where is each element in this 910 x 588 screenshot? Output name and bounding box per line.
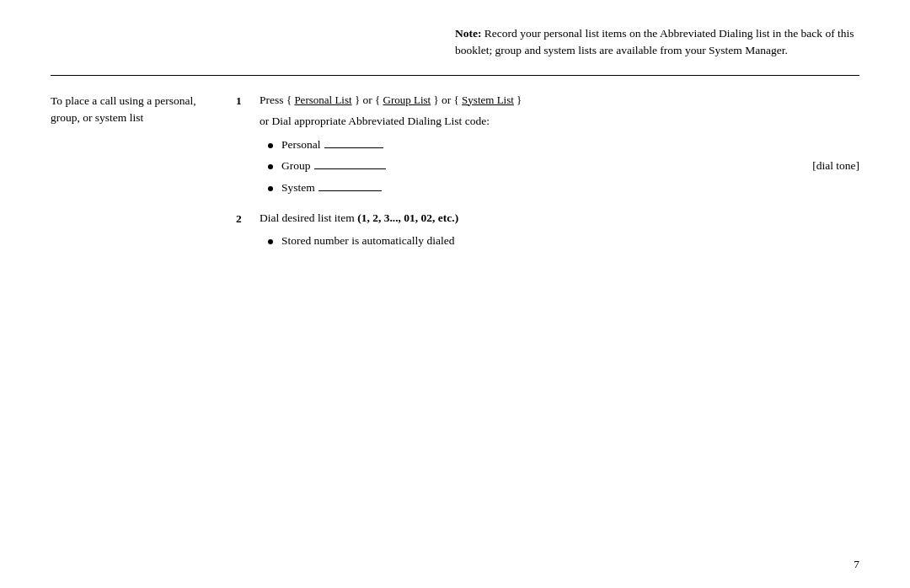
main-content: To place a call using a personal, group,… — [51, 91, 859, 262]
personal-list-key: { Personal List } — [286, 94, 363, 106]
step-2-bold-text: (1, 2, 3..., 01, 02, etc.) — [357, 211, 458, 224]
group-label: Group — [281, 157, 311, 175]
bullet-dot-stored — [268, 239, 273, 244]
list-type-list: Personal Group [dial tone] — [260, 136, 859, 197]
note-section: Note: Record your personal list items on… — [455, 25, 859, 60]
system-bullet-text: System — [281, 179, 859, 197]
bullet-dot-group — [268, 164, 273, 169]
step-2: 2 Dial desired list item (1, 2, 3..., 01… — [236, 209, 859, 255]
system-list-key: { System List } — [454, 94, 522, 106]
list-item-group: Group [dial tone] — [260, 157, 859, 175]
step-2-number: 2 — [236, 209, 251, 228]
personal-bullet-text: Personal — [281, 136, 859, 154]
left-column: To place a call using a personal, group,… — [51, 91, 236, 262]
left-column-text: To place a call using a personal, group,… — [51, 94, 196, 124]
right-column: 1 Press { Personal List } or { Group Lis… — [236, 91, 859, 262]
or-2: or — [442, 94, 454, 106]
step-2-main: Dial desired list item (1, 2, 3..., 01, … — [260, 209, 859, 227]
group-list-key: { Group List } — [375, 94, 442, 106]
group-blank — [314, 168, 386, 169]
divider — [51, 75, 859, 76]
personal-blank — [324, 147, 383, 148]
step-2-content: Dial desired list item (1, 2, 3..., 01, … — [260, 209, 859, 255]
group-bullet-text: Group [dial tone] — [281, 157, 859, 175]
system-blank — [318, 190, 382, 191]
step-1-number: 1 — [236, 91, 251, 110]
bullet-dot-personal — [268, 143, 273, 148]
note-text: Record your personal list items on the A… — [455, 27, 854, 56]
press-text: Press — [260, 94, 284, 106]
list-item-personal: Personal — [260, 136, 859, 154]
page: Note: Record your personal list items on… — [0, 0, 910, 588]
or-1: or — [362, 94, 375, 106]
step-1-content: Press { Personal List } or { Group List … — [260, 91, 859, 202]
stored-number-text: Stored number is automatically dialed — [281, 232, 454, 250]
step-2-text-before: Dial desired list item — [260, 211, 357, 224]
dial-tone-label: [dial tone] — [795, 157, 859, 175]
step-2-bullet-list: Stored number is automatically dialed — [260, 232, 859, 250]
personal-label: Personal — [281, 136, 321, 154]
bullet-dot-system — [268, 186, 273, 191]
list-item-system: System — [260, 179, 859, 197]
step-1: 1 Press { Personal List } or { Group Lis… — [236, 91, 859, 202]
note-label: Note: — [455, 27, 481, 40]
dial-text: or Dial appropriate Abbreviated Dialing … — [260, 112, 859, 131]
page-number: 7 — [854, 558, 859, 571]
system-label: System — [281, 179, 315, 197]
press-line: Press { Personal List } or { Group List … — [260, 91, 859, 110]
list-item-stored: Stored number is automatically dialed — [260, 232, 859, 250]
